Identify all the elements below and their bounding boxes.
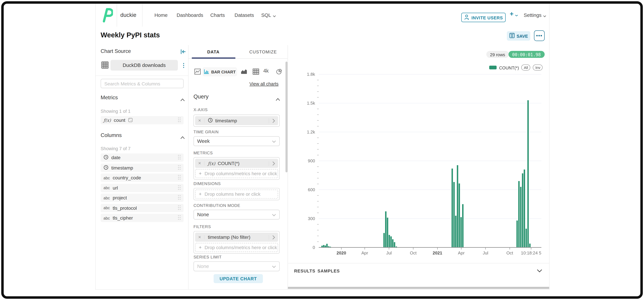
filter-pill[interactable]: ✕ timestamp (No filter) <box>195 233 278 242</box>
nav-item-sql[interactable]: SQL <box>261 4 276 27</box>
drag-handle-icon[interactable] <box>178 174 181 181</box>
collapse-panel-icon[interactable] <box>180 48 186 56</box>
dimensions-dropzone[interactable]: + Drop columns here or click <box>195 190 278 199</box>
contribution-mode-label: CONTRIBUTION MODE <box>194 203 240 208</box>
filter-value: timestamp (No filter) <box>208 235 250 240</box>
bar-chart-type-selected[interactable]: BAR CHART <box>202 67 237 76</box>
column-name: timestamp <box>111 165 133 170</box>
settings-menu[interactable]: Settings <box>524 4 546 27</box>
remove-icon[interactable]: ✕ <box>195 235 204 239</box>
tab-data[interactable]: DATA <box>188 45 238 59</box>
contribution-mode-select[interactable]: None <box>194 210 280 220</box>
dropzone-hint: Drop columns/metrics here or click <box>204 171 277 176</box>
x-axis-value: timestamp <box>215 118 237 123</box>
dataset-options-icon[interactable]: ⋮ <box>181 61 186 70</box>
chevron-right-icon[interactable] <box>268 118 278 123</box>
dimensions-control: + Drop columns here or click <box>194 188 280 200</box>
save-button[interactable]: SAVE <box>507 31 530 41</box>
column-item-tls-protocol[interactable]: abc tls_protocol <box>101 204 184 212</box>
tab-customize[interactable]: CUSTOMIZE <box>238 45 288 59</box>
query-heading: Query <box>194 94 208 100</box>
horizontal-scrollbar[interactable] <box>288 287 549 289</box>
row-count-badge: 29 rows <box>486 51 509 58</box>
clock-icon <box>208 118 213 123</box>
legend-swatch[interactable] <box>489 66 496 69</box>
tab-samples[interactable]: SAMPLES <box>318 268 340 273</box>
nav-item-dashboards[interactable]: Dashboards <box>177 4 203 27</box>
chevron-right-icon[interactable] <box>268 235 278 240</box>
metric-pill[interactable]: ✕ ƒ(x) COUNT(*) <box>195 159 278 168</box>
results-bar: RESULTS SAMPLES <box>288 263 549 280</box>
collapse-results-icon[interactable] <box>537 267 542 274</box>
drag-handle-icon[interactable] <box>178 194 181 201</box>
column-item-project[interactable]: abc project <box>101 194 184 202</box>
pie-chart-icon[interactable] <box>276 69 282 77</box>
more-options-button[interactable]: ••• <box>534 30 545 41</box>
column-item-date[interactable]: date <box>101 154 184 162</box>
chevron-up-icon[interactable] <box>276 95 280 103</box>
drag-handle-icon[interactable] <box>178 116 181 124</box>
drag-handle-icon[interactable] <box>178 204 181 212</box>
legend-inv-button[interactable]: Inv <box>533 64 543 71</box>
big-number-chart-icon[interactable]: 4k <box>263 68 268 74</box>
remove-icon[interactable]: ✕ <box>195 161 204 166</box>
panel-scrollbar[interactable] <box>286 61 288 172</box>
dataset-selector[interactable]: DuckDB downloads <box>110 60 178 71</box>
column-item-country-code[interactable]: abc country_code <box>101 174 184 182</box>
svg-text:10:18:24 5: 10:18:24 5 <box>521 251 541 255</box>
clock-icon <box>104 154 108 161</box>
chart-source-panel: Chart Source DuckDB downloads ⋮ Metric <box>96 45 188 289</box>
page-title: Weekly PyPI stats <box>101 31 160 39</box>
chevron-right-icon[interactable] <box>268 161 278 166</box>
area-chart-icon[interactable] <box>241 69 247 76</box>
invite-users-button[interactable]: INVITE USERS <box>461 13 506 22</box>
x-axis-pill[interactable]: ✕ timestamp <box>195 116 278 125</box>
column-name: project <box>113 195 127 200</box>
column-item-url[interactable]: abc url <box>101 184 184 192</box>
plus-icon: + <box>199 245 202 250</box>
x-axis-label: X-AXIS <box>194 107 208 112</box>
table-chart-icon[interactable] <box>253 69 259 76</box>
series-limit-select[interactable]: None <box>194 262 280 271</box>
column-item-tls-cipher[interactable]: abc tls_cipher <box>101 214 184 222</box>
svg-text:Apr: Apr <box>458 251 465 255</box>
nav-item-home[interactable]: Home <box>154 4 168 27</box>
chevron-up-icon[interactable] <box>180 133 185 141</box>
search-input[interactable] <box>101 79 184 88</box>
column-item-timestamp[interactable]: timestamp <box>101 164 184 172</box>
update-chart-button[interactable]: UPDATE CHART <box>214 274 263 283</box>
legend-series-label[interactable]: COUNT(*) <box>499 65 519 70</box>
filters-dropzone[interactable]: + Drop columns/metrics here or click <box>195 243 278 252</box>
chart-legend: COUNT(*) All Inv <box>489 64 543 71</box>
metrics-dropzone[interactable]: + Drop columns/metrics here or click <box>195 169 278 178</box>
chart-source-heading: Chart Source <box>101 48 131 54</box>
preset-logo-icon[interactable] <box>101 7 113 23</box>
metrics-control: ✕ ƒ(x) COUNT(*) + Drop columns/metrics h… <box>194 157 280 180</box>
bar-chart[interactable]: 1.8k1.5k1.2k90060030002020AprJulOct2021A… <box>288 45 549 261</box>
new-item-menu[interactable]: + <box>510 10 518 18</box>
svg-text:2020: 2020 <box>336 251 346 255</box>
drag-handle-icon[interactable] <box>178 154 181 161</box>
tab-results[interactable]: RESULTS <box>294 268 315 273</box>
nav-item-datasets[interactable]: Datasets <box>234 4 254 27</box>
view-all-charts-link[interactable]: View all charts <box>250 81 278 86</box>
metric-item-count[interactable]: ƒ(x) count <box>101 116 184 124</box>
line-chart-icon[interactable] <box>194 69 201 76</box>
header-divider <box>142 4 142 27</box>
svg-text:2021: 2021 <box>433 251 442 255</box>
legend-all-button[interactable]: All <box>522 64 530 71</box>
time-grain-select[interactable]: Week <box>194 136 280 146</box>
dropzone-hint: Drop columns/metrics here or click <box>204 245 277 250</box>
certified-icon <box>128 116 133 124</box>
drag-handle-icon[interactable] <box>178 184 181 191</box>
metrics-showing-count: Showing 1 of 1 <box>101 109 130 114</box>
remove-icon[interactable]: ✕ <box>195 119 204 123</box>
drag-handle-icon[interactable] <box>178 214 181 222</box>
drag-handle-icon[interactable] <box>178 164 181 171</box>
clock-icon <box>104 164 108 171</box>
workspace-name[interactable]: duckie <box>120 4 136 27</box>
text-type-icon: abc <box>104 216 110 220</box>
nav-item-charts[interactable]: Charts <box>210 4 225 27</box>
chevron-up-icon[interactable] <box>180 96 185 103</box>
chevron-down-icon <box>273 4 276 27</box>
